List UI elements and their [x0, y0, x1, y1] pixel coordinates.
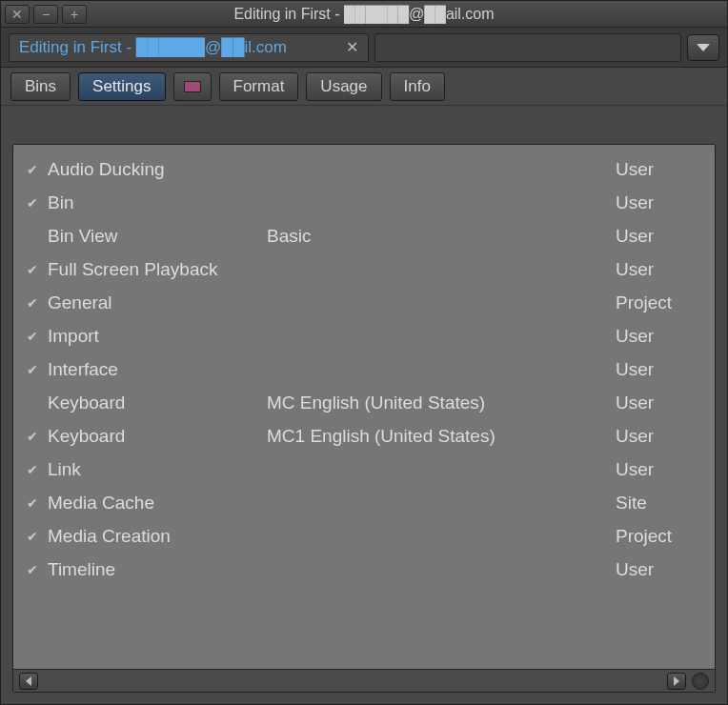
empty-tab-area	[374, 33, 681, 62]
document-tab-label: Editing in First - ██████@██il.com	[19, 38, 287, 57]
tab-info[interactable]: Info	[390, 72, 445, 101]
checkmark-icon: ✔	[27, 162, 48, 177]
settings-row[interactable]: ✔Media CreationProject	[13, 519, 715, 553]
setting-name: Media Cache	[48, 493, 267, 514]
checkmark-icon: ✔	[27, 262, 48, 277]
maximize-window-button[interactable]: +	[62, 5, 87, 24]
setting-scope: User	[616, 192, 701, 213]
settings-panel: ✔Audio DuckingUser✔BinUserBin ViewBasicU…	[12, 144, 716, 693]
document-tab-bar: Editing in First - ██████@██il.com ✕	[1, 28, 727, 68]
settings-row[interactable]: ✔LinkUser	[13, 453, 715, 486]
close-tab-icon[interactable]: ✕	[346, 38, 358, 56]
clapper-icon-button[interactable]	[173, 72, 212, 101]
setting-scope: Project	[616, 292, 701, 313]
setting-scope: Project	[616, 526, 701, 547]
triangle-left-icon	[26, 676, 31, 686]
project-toolbar: Bins Settings Format Usage Info	[1, 68, 727, 106]
setting-scope: User	[616, 226, 701, 247]
tab-settings[interactable]: Settings	[78, 72, 165, 101]
setting-detail: MC1 English (United States)	[267, 426, 616, 447]
setting-scope: User	[616, 426, 701, 447]
setting-name: Keyboard	[48, 393, 267, 413]
checkmark-icon: ✔	[27, 529, 48, 544]
setting-name: Link	[48, 459, 267, 480]
setting-scope: User	[616, 393, 701, 413]
checkmark-icon: ✔	[27, 429, 48, 444]
setting-scope: User	[616, 326, 701, 347]
setting-name: Import	[48, 326, 267, 347]
checkmark-icon: ✔	[27, 562, 48, 577]
settings-row[interactable]: ✔GeneralProject	[13, 286, 715, 319]
checkmark-icon: ✔	[27, 329, 48, 344]
tab-bins[interactable]: Bins	[10, 72, 71, 101]
settings-row[interactable]: ✔BinUser	[13, 186, 715, 219]
setting-name: General	[48, 292, 267, 313]
setting-name: Keyboard	[48, 426, 267, 447]
settings-row[interactable]: ✔InterfaceUser	[13, 352, 715, 386]
document-tab[interactable]: Editing in First - ██████@██il.com ✕	[9, 33, 369, 62]
setting-name: Audio Ducking	[48, 159, 267, 180]
settings-row[interactable]: ✔Media CacheSite	[13, 486, 715, 519]
scroll-right-button[interactable]	[667, 673, 686, 690]
scroll-left-button[interactable]	[19, 673, 38, 690]
clapper-icon	[184, 81, 201, 92]
checkmark-icon: ✔	[27, 462, 48, 477]
setting-scope: User	[616, 559, 701, 580]
settings-row[interactable]: ✔ImportUser	[13, 319, 715, 352]
close-window-button[interactable]: ✕	[5, 5, 30, 24]
settings-row[interactable]: Bin ViewBasicUser	[13, 219, 715, 252]
setting-scope: User	[616, 159, 701, 180]
checkmark-icon: ✔	[27, 495, 48, 511]
setting-detail: MC English (United States)	[267, 393, 616, 413]
setting-name: Full Screen Playback	[48, 259, 267, 280]
setting-name: Interface	[48, 359, 267, 380]
setting-scope: User	[616, 259, 701, 280]
tab-dropdown-button[interactable]	[687, 34, 719, 61]
tab-usage[interactable]: Usage	[306, 72, 381, 101]
checkmark-icon: ✔	[27, 362, 48, 377]
settings-row[interactable]: ✔TimelineUser	[13, 553, 715, 586]
checkmark-icon: ✔	[27, 195, 48, 211]
settings-row[interactable]: KeyboardMC English (United States)User	[13, 386, 715, 419]
settings-row[interactable]: ✔KeyboardMC1 English (United States)User	[13, 419, 715, 453]
resize-corner-icon[interactable]	[692, 673, 709, 690]
setting-name: Bin View	[48, 226, 267, 247]
setting-name: Timeline	[48, 559, 267, 580]
chevron-down-icon	[697, 44, 710, 51]
titlebar-controls: ✕ − +	[5, 5, 91, 24]
setting-detail: Basic	[267, 226, 616, 247]
triangle-right-icon	[674, 676, 679, 686]
minimize-window-button[interactable]: −	[33, 5, 58, 24]
settings-row[interactable]: ✔Audio DuckingUser	[13, 152, 715, 186]
settings-row[interactable]: ✔Full Screen PlaybackUser	[13, 252, 715, 286]
titlebar: ✕ − + Editing in First - ██████@██ail.co…	[1, 1, 727, 28]
horizontal-scrollbar	[13, 669, 715, 692]
settings-list: ✔Audio DuckingUser✔BinUserBin ViewBasicU…	[13, 145, 715, 669]
setting-name: Bin	[48, 192, 267, 213]
setting-scope: User	[616, 459, 701, 480]
project-window: ✕ − + Editing in First - ██████@██ail.co…	[0, 0, 728, 705]
window-title: Editing in First - ██████@██ail.com	[1, 6, 727, 23]
setting-scope: Site	[616, 493, 701, 514]
checkmark-icon: ✔	[27, 295, 48, 311]
tab-format[interactable]: Format	[219, 72, 299, 101]
setting-name: Media Creation	[48, 526, 267, 547]
setting-scope: User	[616, 359, 701, 380]
